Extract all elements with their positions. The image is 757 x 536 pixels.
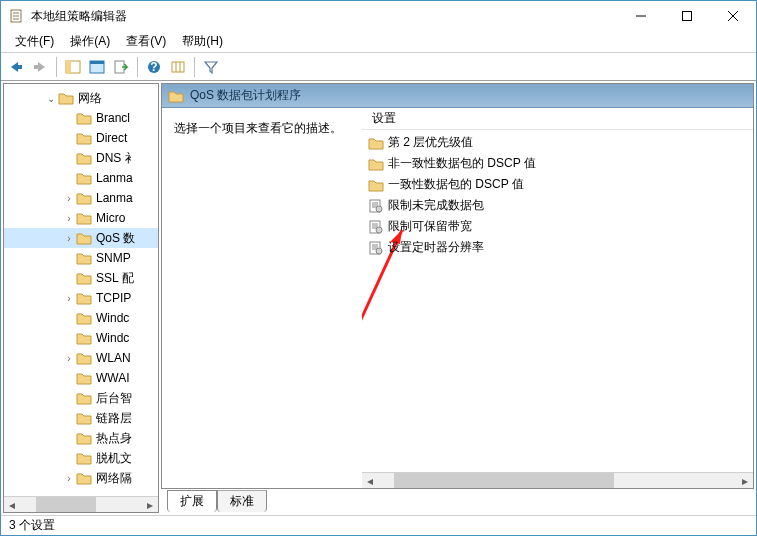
- chevron-right-icon[interactable]: ›: [62, 473, 76, 484]
- right-pane: QoS 数据包计划程序 选择一个项目来查看它的描述。 设置: [161, 83, 754, 513]
- toolbar-separator: [194, 57, 195, 77]
- tree-item[interactable]: ·Direct: [4, 128, 158, 148]
- tree-item-label: DNS 衤: [96, 150, 143, 167]
- tree-item[interactable]: ·WWAI: [4, 368, 158, 388]
- list-item[interactable]: 限制可保留带宽: [362, 216, 753, 237]
- menu-action[interactable]: 操作(A): [62, 31, 118, 52]
- folder-icon: [58, 91, 74, 105]
- menu-help[interactable]: 帮助(H): [174, 31, 231, 52]
- tree-item-label: Windc: [96, 311, 135, 325]
- toolbar-highlight-button[interactable]: [86, 56, 108, 78]
- folder-icon: [76, 291, 92, 305]
- chevron-right-icon[interactable]: ›: [62, 213, 76, 224]
- chevron-right-icon[interactable]: ›: [62, 193, 76, 204]
- tree-item[interactable]: ›网络隔: [4, 468, 158, 488]
- tree-item-label: 脱机文: [96, 450, 138, 467]
- tree-item-label: Lanma: [96, 191, 139, 205]
- list-item-label: 非一致性数据包的 DSCP 值: [388, 155, 536, 172]
- list-item[interactable]: 限制未完成数据包: [362, 195, 753, 216]
- scroll-thumb[interactable]: [36, 497, 96, 512]
- tree-item[interactable]: ›Lanma: [4, 188, 158, 208]
- scroll-right-icon[interactable]: ▸: [737, 473, 753, 488]
- close-button[interactable]: [710, 1, 756, 31]
- tree-pane[interactable]: ⌄网络·Brancl·Direct·DNS 衤·Lanma›Lanma›Micr…: [3, 83, 159, 513]
- list-item[interactable]: 非一致性数据包的 DSCP 值: [362, 153, 753, 174]
- toolbar: ?: [1, 53, 756, 81]
- folder-icon: [168, 89, 184, 103]
- folder-icon: [76, 231, 92, 245]
- tree-item-label: 后台智: [96, 390, 138, 407]
- tree-item[interactable]: ›WLAN: [4, 348, 158, 368]
- window-title: 本地组策略编辑器: [31, 8, 127, 25]
- folder-icon: [76, 311, 92, 325]
- chevron-right-icon[interactable]: ›: [62, 233, 76, 244]
- folder-icon: [368, 156, 384, 172]
- list-scrollbar-horizontal[interactable]: ◂ ▸: [362, 472, 753, 488]
- tree-item[interactable]: ›QoS 数: [4, 228, 158, 248]
- filter-button[interactable]: [200, 56, 222, 78]
- tree-item-label: WLAN: [96, 351, 137, 365]
- tree-item[interactable]: ·DNS 衤: [4, 148, 158, 168]
- chevron-down-icon[interactable]: ⌄: [44, 93, 58, 104]
- tree-item[interactable]: ·SNMP: [4, 248, 158, 268]
- tree-item-root[interactable]: ⌄网络: [4, 88, 158, 108]
- column-header-setting[interactable]: 设置: [368, 108, 400, 129]
- tree-item[interactable]: ·Windc: [4, 308, 158, 328]
- description-text: 选择一个项目来查看它的描述。: [174, 120, 350, 137]
- scroll-left-icon[interactable]: ◂: [362, 473, 378, 488]
- folder-icon: [76, 211, 92, 225]
- menu-file[interactable]: 文件(F): [7, 31, 62, 52]
- scroll-thumb[interactable]: [394, 473, 614, 488]
- minimize-button[interactable]: [618, 1, 664, 31]
- list-header[interactable]: 设置: [362, 108, 753, 130]
- scroll-right-icon[interactable]: ▸: [142, 497, 158, 512]
- tree-item-label: Direct: [96, 131, 133, 145]
- folder-icon: [76, 391, 92, 405]
- folder-icon: [76, 451, 92, 465]
- folder-icon: [76, 131, 92, 145]
- nav-forward-button[interactable]: [29, 56, 51, 78]
- tree-item[interactable]: ·Windc: [4, 328, 158, 348]
- chevron-right-icon[interactable]: ›: [62, 293, 76, 304]
- tree-scrollbar-horizontal[interactable]: ◂ ▸: [4, 496, 158, 512]
- tree-item[interactable]: ·链路层: [4, 408, 158, 428]
- nav-back-button[interactable]: [5, 56, 27, 78]
- tree-item[interactable]: ·脱机文: [4, 448, 158, 468]
- menu-view[interactable]: 查看(V): [118, 31, 174, 52]
- tree-item[interactable]: ·热点身: [4, 428, 158, 448]
- folder-icon: [76, 111, 92, 125]
- tree-item-label: 网络隔: [96, 470, 138, 487]
- export-list-button[interactable]: [110, 56, 132, 78]
- maximize-button[interactable]: [664, 1, 710, 31]
- tree-item[interactable]: ·Brancl: [4, 108, 158, 128]
- folder-icon: [76, 171, 92, 185]
- list-rows: 第 2 层优先级值非一致性数据包的 DSCP 值一致性数据包的 DSCP 值限制…: [362, 130, 753, 472]
- tree-item[interactable]: ›TCPIP: [4, 288, 158, 308]
- scroll-left-icon[interactable]: ◂: [4, 497, 20, 512]
- list-item[interactable]: 设置定时器分辨率: [362, 237, 753, 258]
- list-item[interactable]: 第 2 层优先级值: [362, 132, 753, 153]
- tree-item[interactable]: ›Micro: [4, 208, 158, 228]
- tree-item-label: 网络: [78, 90, 108, 107]
- tree-item[interactable]: ·后台智: [4, 388, 158, 408]
- policy-icon: [368, 198, 384, 214]
- app-icon: [9, 8, 25, 24]
- tree-item-label: Micro: [96, 211, 131, 225]
- list-item-label: 限制可保留带宽: [388, 218, 472, 235]
- help-button[interactable]: ?: [143, 56, 165, 78]
- body: ⌄网络·Brancl·Direct·DNS 衤·Lanma›Lanma›Micr…: [1, 81, 756, 515]
- list-item[interactable]: 一致性数据包的 DSCP 值: [362, 174, 753, 195]
- status-text: 3 个设置: [9, 517, 55, 534]
- chevron-right-icon[interactable]: ›: [62, 353, 76, 364]
- folder-icon: [76, 271, 92, 285]
- tab-standard[interactable]: 标准: [217, 490, 267, 512]
- folder-icon: [76, 471, 92, 485]
- tree-item[interactable]: ·Lanma: [4, 168, 158, 188]
- menubar: 文件(F) 操作(A) 查看(V) 帮助(H): [1, 31, 756, 53]
- folder-icon: [76, 331, 92, 345]
- show-hide-tree-button[interactable]: [62, 56, 84, 78]
- tree-item[interactable]: ·SSL 配: [4, 268, 158, 288]
- toolbar-separator: [137, 57, 138, 77]
- tab-extended[interactable]: 扩展: [167, 490, 217, 512]
- toolbar-extra-button[interactable]: [167, 56, 189, 78]
